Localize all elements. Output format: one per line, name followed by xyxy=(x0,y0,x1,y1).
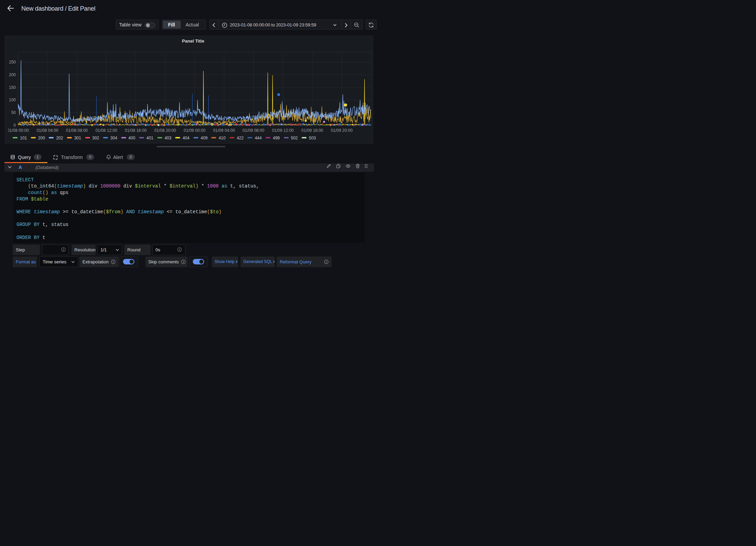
svg-text:250: 250 xyxy=(9,60,16,65)
svg-text:01/09 20:00: 01/09 20:00 xyxy=(331,128,353,133)
svg-text:100: 100 xyxy=(9,98,16,102)
svg-text:01/09 04:00: 01/09 04:00 xyxy=(213,128,235,133)
svg-text:01/09 00:00: 01/09 00:00 xyxy=(184,128,205,133)
svg-text:50: 50 xyxy=(11,110,16,115)
svg-text:01/09 08:00: 01/09 08:00 xyxy=(243,128,265,133)
svg-text:01/08 08:00: 01/08 08:00 xyxy=(66,128,88,133)
svg-text:01/08 04:00: 01/08 04:00 xyxy=(36,128,58,133)
svg-text:01/09 12:00: 01/09 12:00 xyxy=(272,128,294,133)
svg-text:0: 0 xyxy=(13,123,16,128)
svg-text:01/08 20:00: 01/08 20:00 xyxy=(154,128,176,133)
svg-text:01/08 00:00: 01/08 00:00 xyxy=(7,128,29,133)
svg-text:01/08 16:00: 01/08 16:00 xyxy=(125,128,147,133)
svg-text:01/08 12:00: 01/08 12:00 xyxy=(96,128,118,133)
svg-text:200: 200 xyxy=(9,72,16,77)
svg-text:150: 150 xyxy=(9,85,16,90)
svg-text:01/09 16:00: 01/09 16:00 xyxy=(301,128,323,133)
